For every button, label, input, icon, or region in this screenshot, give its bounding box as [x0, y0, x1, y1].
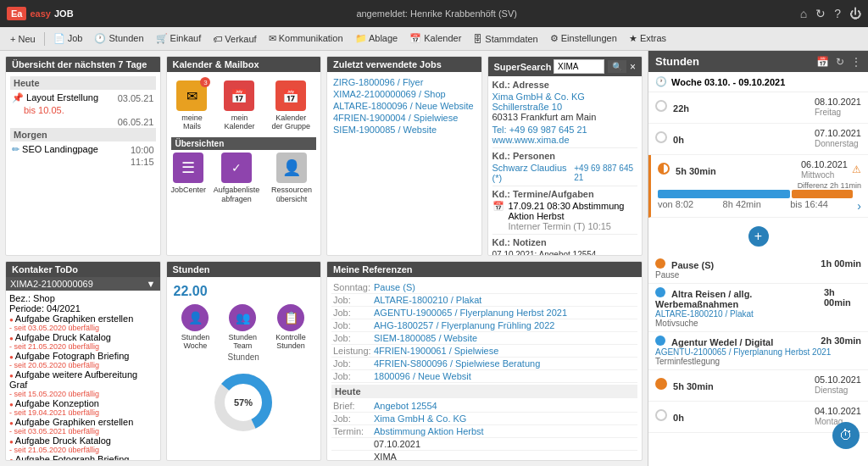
todo-item-3[interactable]: ●Aufgabe Fotograph Briefing	[9, 351, 157, 361]
job-button[interactable]: 📄 Job	[48, 31, 88, 46]
te-freitag-time: 22h	[673, 103, 689, 114]
einkauf-button[interactable]: 🛒 Einkauf	[151, 31, 207, 46]
supersearch-button[interactable]: 🔍	[608, 60, 626, 73]
ref-val-brief[interactable]: Angebot 12554	[374, 401, 437, 411]
kd-personen-label: Kd.: Personen	[492, 151, 638, 161]
time-entry-donnerstag: 0h 07.10.2021 Donnerstag	[648, 124, 868, 155]
termin-1[interactable]: 📅 17.09.21 08:30 Abstimmung Aktion Herbs…	[492, 201, 638, 231]
ref-val-job2[interactable]: AGENTU-1900065 / Flyerplanung Herbst 202…	[374, 308, 567, 318]
te-do-date: 07.10.2021	[815, 128, 861, 138]
ref-val-job4[interactable]: SIEM-1800085 / Website	[374, 333, 477, 343]
kalender-button[interactable]: 📅 Kalender	[404, 31, 466, 46]
ref-val-pause[interactable]: Pause (S)	[374, 282, 415, 292]
ref-val-job3[interactable]: AHG-1800257 / Flyerplanung Frühling 2022	[374, 320, 554, 330]
cal-group[interactable]: 📅 Kalenderder Gruppe	[271, 80, 310, 130]
kd-adresse-link[interactable]: Xima GmbH & Co. KG	[492, 92, 638, 102]
view-aufgaben[interactable]: ✓ Aufgabenliste abfragen	[210, 153, 263, 204]
view-ressourcen[interactable]: 👤 Ressourcen übersicht	[267, 153, 316, 204]
ref-val-job6[interactable]: 4FRIEN-S800096 / Spielwiese Beratung	[374, 358, 540, 369]
te-mi-time: 5h 30min	[676, 166, 716, 176]
todo-item-4[interactable]: ●Aufgabe weitere Aufbereitung Graf	[9, 369, 157, 390]
right-calendar-icon[interactable]: 📅	[816, 56, 829, 68]
te-mi-header: 5h 30min 06.10.2021 Mittwoch ⚠	[658, 159, 861, 180]
ablage-button[interactable]: 📁 Ablage	[350, 31, 403, 46]
right-refresh-icon[interactable]: ↻	[836, 56, 844, 68]
kd-person-phone[interactable]: +49 69 887 645 21	[574, 164, 637, 182]
stunden-value: 22.00	[174, 284, 208, 299]
st-team[interactable]: 👥 StundenTeam	[228, 304, 257, 350]
widget-next7-body: Heute 📌 Layout Erstellung 03.05.21 bis 1…	[6, 72, 160, 255]
ref-val-termin[interactable]: Abstimmung Aktion Herbst	[374, 426, 484, 436]
kd-tel[interactable]: Tel: +49 69 987 645 21	[492, 125, 638, 135]
home-icon[interactable]: ⌂	[800, 7, 807, 20]
mycal-icon-box: 📅	[224, 80, 254, 111]
recent-job-4[interactable]: SIEM-1900085 / Website	[331, 124, 477, 136]
ref-val-leistung[interactable]: 4FRIEN-1900061 / Spielwiese	[374, 346, 498, 356]
ref-val-job8[interactable]: Xima GmbH & Co. KG	[374, 413, 466, 424]
kd-notizen-label: Kd.: Notizen	[492, 237, 638, 247]
recent-job-2[interactable]: ALTARE-1800096 / Neue Website	[331, 100, 477, 112]
task-layout[interactable]: 📌 Layout Erstellung 03.05.21	[10, 92, 156, 104]
task-seo[interactable]: ✏ SEO Landingpage 10:00	[10, 143, 156, 156]
header-icons: ⌂ ↻ ? ⏻	[800, 7, 861, 20]
ref-val-job1[interactable]: ALTARE-1800210 / Plakat	[374, 295, 481, 305]
stunden-button[interactable]: 🕐 Stunden	[89, 31, 148, 46]
job-entry-agentur[interactable]: Agentur Wedel / Digital 2h 30min AGENTU-…	[648, 332, 868, 370]
extras-button[interactable]: ★ Extras	[624, 31, 671, 46]
ref-label-termin: Termin:	[333, 426, 371, 436]
kd-street-link[interactable]: Schillerstraße 10	[492, 102, 638, 112]
st-woche[interactable]: 👤 StundenWoche	[181, 304, 210, 350]
right-menu-icon[interactable]: ⋮	[851, 56, 861, 68]
cal-mails[interactable]: ✉ 3 meineMails	[176, 80, 207, 130]
supersearch-input[interactable]	[554, 59, 604, 74]
stammdaten-button[interactable]: 🗄 Stammdaten	[468, 32, 542, 46]
add-entry-button[interactable]: +	[748, 226, 769, 247]
todo-item-7[interactable]: ●Aufgabe Druck Katalog	[9, 435, 157, 446]
todo-item-6[interactable]: ●Aufgabe Graphiken erstellen	[9, 417, 157, 427]
te-do-radio	[655, 131, 667, 143]
st-kontrolle[interactable]: 📋 KontrolleStunden	[275, 304, 306, 350]
kd-termine-label: Kd.: Termine/Aufgaben	[492, 189, 638, 199]
job-entry-altra-left: Altra Reisen / allg. Werbemaßnahmen	[655, 287, 824, 309]
todo-item-1[interactable]: ●Aufgabe Graphiken erstellen	[9, 313, 157, 324]
te-mi-warning: ⚠	[852, 164, 861, 175]
right-panel-icons: 📅 ↻ ⋮	[816, 56, 861, 68]
refresh-icon[interactable]: ↻	[815, 7, 826, 20]
te-di-radio	[655, 378, 667, 390]
todo-item-2[interactable]: ●Aufgabe Druck Katalog	[9, 332, 157, 342]
recent-job-1[interactable]: XIMA2-2100000069 / Shop	[331, 88, 477, 100]
kd-web[interactable]: www.www.xima.de	[492, 135, 638, 145]
te-do-left: 0h	[655, 131, 684, 145]
contacts-arrow[interactable]: ▼	[147, 279, 156, 289]
supersearch-close[interactable]: ×	[630, 61, 636, 73]
week-header: 🕐 Woche 03.10. - 09.10.2021	[648, 72, 868, 92]
ref-label-brief: Brief:	[333, 401, 371, 411]
left-panel: Übersicht der nächsten 7 Tage Heute 📌 La…	[0, 51, 648, 466]
logout-icon[interactable]: ⏻	[849, 7, 861, 20]
kommunikation-button[interactable]: ✉ Kommunikation	[264, 31, 348, 46]
recent-job-3[interactable]: 4FRIEN-1900004 / Spielwiese	[331, 112, 477, 124]
todo-item-5[interactable]: ●Aufgabe Konzeption	[9, 398, 157, 408]
einstellungen-button[interactable]: ⚙ Einstellungen	[545, 31, 622, 46]
cal-mycal[interactable]: 📅 meinKalender	[224, 80, 254, 130]
job-entry-pause[interactable]: Pause (S) 1h 00min Pause	[648, 255, 868, 284]
recent-job-0[interactable]: ZIRG-1800096 / Flyer	[331, 76, 477, 88]
timer-fab[interactable]: ⏱	[832, 422, 860, 449]
todo-item-8[interactable]: ●Aufgabe Fotograph Briefing	[9, 454, 157, 460]
main-area: Übersicht der nächsten 7 Tage Heute 📌 La…	[0, 51, 868, 466]
job-entry-altra[interactable]: Altra Reisen / allg. Werbemaßnahmen 3h 0…	[648, 284, 868, 332]
widget-next7-header: Übersicht der nächsten 7 Tage	[6, 57, 160, 72]
kd-person-name[interactable]: Schwarz Claudius (*)	[492, 163, 570, 183]
sep1	[44, 32, 45, 46]
stunden-widget-title: Stunden	[173, 264, 210, 275]
logo-suffix: JOB	[54, 8, 74, 19]
time-entry-dienstag: 5h 30min 05.10.2021 Dienstag	[648, 370, 868, 402]
view-jobcenter[interactable]: ☰ JobCenter	[171, 153, 207, 204]
help-icon[interactable]: ?	[834, 7, 841, 20]
ref-row-termin: Termin: Abstimmung Aktion Herbst	[331, 425, 637, 438]
ref-val-job7[interactable]: 1800096 / Neue Websit	[374, 371, 471, 381]
verkauf-button[interactable]: 🏷 Verkauf	[208, 32, 261, 46]
new-button[interactable]: + Neu	[5, 32, 41, 46]
ref-label-job8: Job:	[333, 413, 371, 424]
te-mi-nav[interactable]: ›	[857, 199, 861, 213]
